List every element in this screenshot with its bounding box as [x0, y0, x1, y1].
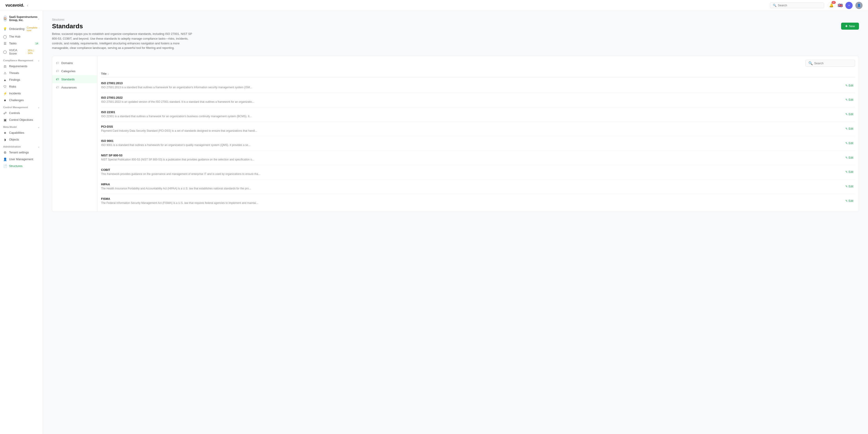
- sidebar-item-capabilities[interactable]: ★ Capabilities: [0, 129, 43, 136]
- standards-search-input[interactable]: [814, 62, 852, 65]
- sidebar-item-threats[interactable]: ⚠ Threats: [0, 70, 43, 77]
- standards-search[interactable]: 🔍: [805, 60, 855, 67]
- table-row[interactable]: ISO 22301 ISO 22301 is a standard that o…: [101, 107, 855, 122]
- compliance-section-label: Compliance Management: [3, 59, 33, 62]
- sidebar-item-tenant-settings[interactable]: ⚙ Tenant settings: [0, 149, 43, 156]
- sidebar-item-requirements[interactable]: ⚖ Requirements: [0, 63, 43, 70]
- back-button[interactable]: ‹: [27, 3, 28, 7]
- page-title: Standards: [52, 23, 197, 30]
- sidebar-item-controls[interactable]: ☍ Controls: [0, 110, 43, 117]
- table-row[interactable]: FISMA The Federal Information Security M…: [101, 194, 855, 208]
- onboarding-icon: 💡: [3, 27, 7, 31]
- tenant-settings-icon: ⚙: [3, 151, 7, 154]
- admin-section-label: Administration: [3, 145, 21, 148]
- table-row[interactable]: HIPAA The Health Insurance Portability a…: [101, 179, 855, 194]
- risks-label: Risks: [9, 85, 16, 88]
- admin-section-header: Administration ⌄: [0, 143, 43, 149]
- edit-button[interactable]: ✎ Edit: [844, 97, 855, 102]
- notification-bell[interactable]: 🔔 60: [828, 2, 835, 9]
- left-panel-item-domains[interactable]: 🏷 Domains: [52, 59, 97, 67]
- table-row[interactable]: COBIT This framework provides guidance o…: [101, 165, 855, 179]
- user-avatar[interactable]: 👤: [855, 2, 863, 9]
- left-panel: 🏷 Domains 🏷 Categories 🏷 Standards 🏷 Ass…: [52, 56, 97, 211]
- standard-description: Payment Card Industry Data Security Stan…: [101, 129, 844, 133]
- sidebar-item-findings[interactable]: ▲ Findings: [0, 77, 43, 83]
- table-row[interactable]: PCI-DSS Payment Card Industry Data Secur…: [101, 122, 855, 136]
- table-row[interactable]: NIST SP 800-53 NIST Special Publication …: [101, 150, 855, 165]
- sidebar-item-onboarding[interactable]: 💡 Onboarding Complete now: [0, 25, 43, 33]
- user-plus-avatar[interactable]: +: [845, 2, 852, 9]
- sidebar-item-the-hub[interactable]: ◯ The Hub: [0, 33, 43, 40]
- edit-button[interactable]: ✎ Edit: [844, 112, 855, 117]
- vuca-score-value: 35% | 34%: [28, 49, 39, 55]
- sidebar-item-vuca-score[interactable]: ◯ VUCA Score 35% | 34%: [0, 47, 43, 57]
- table-row[interactable]: ISO 9001 ISO 9001 is a standard that out…: [101, 136, 855, 150]
- user-management-icon: 👤: [3, 157, 7, 161]
- search-input[interactable]: [778, 4, 821, 7]
- org-switcher[interactable]: 🏠 SaaS Superstructures Group, Inc. ⌄: [0, 13, 43, 24]
- edit-icon: ✎: [845, 156, 848, 159]
- challenges-label: Challenges: [9, 98, 24, 102]
- sidebar-item-tasks[interactable]: ☰ Tasks 14: [0, 40, 43, 47]
- edit-button[interactable]: ✎ Edit: [844, 141, 855, 146]
- capabilities-label: Capabilities: [9, 131, 24, 135]
- page-description: Below, vucavoid equips you to establish …: [52, 32, 197, 51]
- edit-button[interactable]: ✎ Edit: [844, 126, 855, 131]
- edit-button[interactable]: ✎ Edit: [844, 83, 855, 88]
- compliance-section-toggle[interactable]: ⌄: [37, 59, 39, 62]
- layout: 🏠 SaaS Superstructures Group, Inc. ⌄ 💡 O…: [0, 11, 868, 434]
- standard-description: ISO 27001:2022 is an updated version of …: [101, 100, 844, 104]
- left-panel-item-assurances[interactable]: 🏷 Assurances: [52, 83, 97, 91]
- requirements-icon: ⚖: [3, 64, 7, 68]
- vuca-score-label: VUCA Score: [9, 49, 25, 55]
- control-section-toggle[interactable]: ⌄: [37, 106, 39, 109]
- tasks-icon: ☰: [3, 41, 7, 45]
- edit-button[interactable]: ✎ Edit: [844, 170, 855, 174]
- sidebar-item-risks[interactable]: 🛡 Risks: [0, 83, 43, 90]
- sidebar-item-structures[interactable]: 📄 Structures: [0, 163, 43, 170]
- user-management-label: User Management: [9, 157, 33, 161]
- control-objectives-icon: ▣: [3, 118, 7, 122]
- sidebar-item-control-objectives[interactable]: ▣ Control Objectives: [0, 117, 43, 123]
- topnav-left: vucavoid. ‹: [5, 3, 28, 8]
- edit-label: Edit: [848, 156, 853, 159]
- table-row[interactable]: ISO 27001:2022 ISO 27001:2022 is an upda…: [101, 93, 855, 107]
- standard-title: PCI-DSS: [101, 125, 844, 128]
- left-panel-item-categories[interactable]: 🏷 Categories: [52, 67, 97, 75]
- edit-button[interactable]: ✎ Edit: [844, 155, 855, 160]
- sidebar-item-challenges[interactable]: ■ Challenges: [0, 97, 43, 104]
- sidebar-item-user-management[interactable]: 👤 User Management: [0, 156, 43, 163]
- nav-icons: 🔔 60 🇬🇧 + 👤: [828, 2, 863, 9]
- meta-section-toggle[interactable]: ⌄: [37, 125, 39, 128]
- edit-icon: ✎: [845, 127, 848, 131]
- edit-icon: ✎: [845, 98, 848, 102]
- standard-info: ISO 27001:2022 ISO 27001:2022 is an upda…: [101, 96, 844, 104]
- structures-label: Structures: [9, 164, 22, 168]
- admin-section-toggle[interactable]: ⌄: [37, 145, 39, 148]
- edit-button[interactable]: ✎ Edit: [844, 198, 855, 203]
- language-flag[interactable]: 🇬🇧: [838, 3, 843, 8]
- sidebar-item-incidents[interactable]: ⚡ Incidents: [0, 90, 43, 97]
- edit-label: Edit: [848, 170, 853, 174]
- standard-description: The Federal Information Security Managem…: [101, 201, 844, 205]
- categories-label: Categories: [61, 69, 75, 73]
- left-panel-item-standards[interactable]: 🏷 Standards: [52, 75, 97, 83]
- sort-icon: ↓: [107, 72, 109, 75]
- new-button[interactable]: ✚ New: [841, 23, 859, 30]
- table-row[interactable]: ISO 27001:2013 ISO 27001:2013 is a stand…: [101, 78, 855, 93]
- standard-description: This framework provides guidance on the …: [101, 172, 844, 176]
- categories-icon: 🏷: [56, 69, 59, 73]
- control-objectives-label: Control Objectives: [9, 118, 33, 121]
- plus-icon: ✚: [845, 24, 848, 28]
- edit-button[interactable]: ✎ Edit: [844, 184, 855, 189]
- sidebar-item-objects[interactable]: ◗ Objects: [0, 136, 43, 143]
- standard-info: NIST SP 800-53 NIST Special Publication …: [101, 154, 844, 162]
- standard-info: ISO 27001:2013 ISO 27001:2013 is a stand…: [101, 82, 844, 89]
- meta-section-label: Meta Model: [3, 125, 17, 128]
- content-area: 🏷 Domains 🏷 Categories 🏷 Standards 🏷 Ass…: [52, 56, 859, 212]
- edit-label: Edit: [848, 142, 853, 145]
- column-title[interactable]: Title ↓: [101, 72, 109, 75]
- global-search[interactable]: 🔍: [770, 2, 824, 8]
- threats-label: Threats: [9, 71, 19, 75]
- challenges-icon: ■: [3, 98, 7, 102]
